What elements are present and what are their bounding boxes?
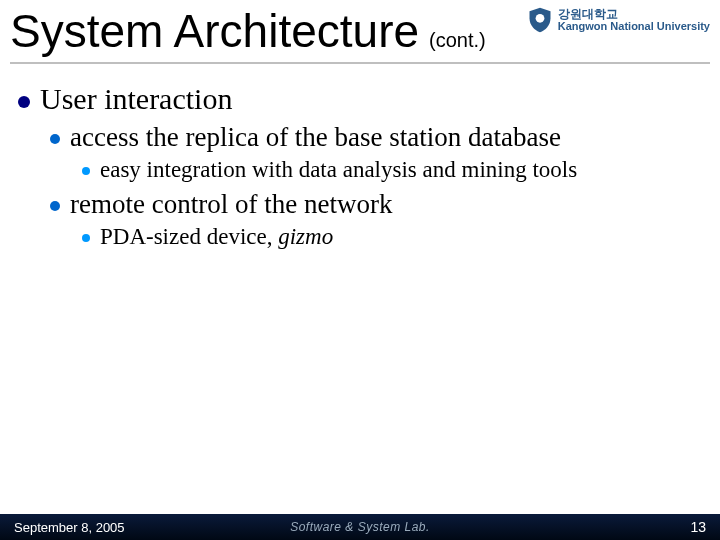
bullet-text: User interaction (40, 82, 232, 116)
footer-page-number: 13 (690, 519, 706, 535)
svg-point-0 (535, 14, 544, 23)
footer-date: September 8, 2005 (14, 520, 125, 535)
bullet-level3: easy integration with data analysis and … (82, 157, 710, 183)
content-area: User interaction access the replica of t… (0, 64, 720, 250)
bullet-dot-icon (50, 201, 60, 211)
bullet-text: remote control of the network (70, 189, 392, 220)
bullet-text: access the replica of the base station d… (70, 122, 561, 153)
slide-title-suffix: (cont.) (429, 29, 486, 52)
bullet-level1: User interaction (18, 82, 710, 116)
bullet-dot-icon (82, 234, 90, 242)
slide: 강원대학교 Kangwon National University System… (0, 0, 720, 540)
bullet-text: easy integration with data analysis and … (100, 157, 577, 183)
shield-icon (526, 6, 554, 34)
bullet-dot-icon (82, 167, 90, 175)
bullet-dot-icon (18, 96, 30, 108)
university-logo-text: 강원대학교 Kangwon National University (558, 8, 710, 32)
logo-en: Kangwon National University (558, 20, 710, 32)
slide-title: System Architecture (10, 4, 419, 58)
bullet-dot-icon (50, 134, 60, 144)
bullet-level2: access the replica of the base station d… (50, 122, 710, 153)
bullet-level3: PDA-sized device, gizmo (82, 224, 710, 250)
bullet-text-em: gizmo (278, 224, 333, 249)
bullet-text-pre: PDA-sized device, (100, 224, 278, 249)
bullet-level2: remote control of the network (50, 189, 710, 220)
logo-kr: 강원대학교 (558, 8, 710, 20)
bullet-text: PDA-sized device, gizmo (100, 224, 333, 250)
footer-bar: September 8, 2005 Software & System Lab.… (0, 514, 720, 540)
university-logo: 강원대학교 Kangwon National University (526, 6, 710, 34)
footer-lab: Software & System Lab. (290, 520, 430, 534)
